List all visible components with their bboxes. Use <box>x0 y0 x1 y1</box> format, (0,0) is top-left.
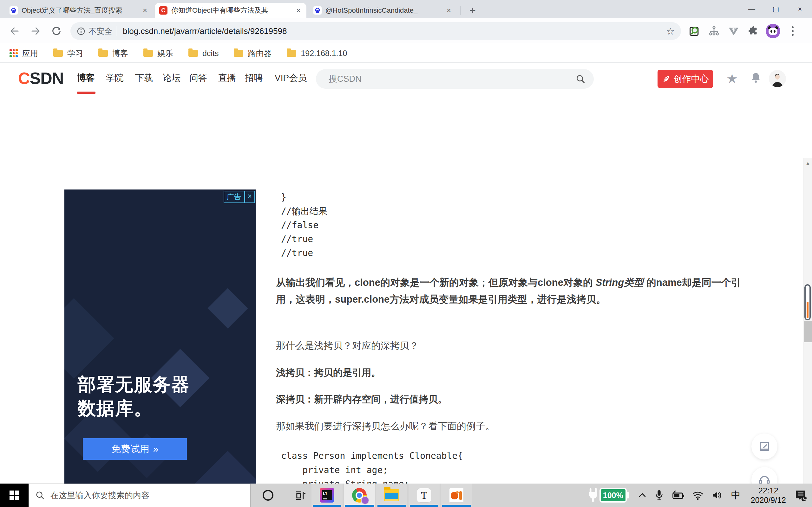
bookmark-folder-study[interactable]: 学习 <box>53 48 83 59</box>
bookmarks-bar: 应用 学习 博客 娱乐 dcits 路由器 192.168.1.10 <box>0 44 812 63</box>
typora-icon: T <box>417 488 432 503</box>
nav-blog[interactable]: 博客 <box>77 72 95 84</box>
notification-bell-icon[interactable] <box>749 71 763 86</box>
bookmark-folder-router[interactable]: 路由器 <box>234 48 271 59</box>
ad-cta-arrow: » <box>153 444 159 454</box>
csdn-search-box[interactable] <box>316 69 594 89</box>
battery-percent-label: 100% <box>600 488 627 503</box>
ad-headline: 部署无服务器 数据库。 <box>78 373 190 420</box>
pencil-square-icon <box>758 440 771 453</box>
battery-status-icon[interactable] <box>671 490 684 501</box>
file-explorer-icon <box>384 489 399 501</box>
task-view-button[interactable] <box>293 489 306 503</box>
nav-qa[interactable]: 问答 <box>189 72 207 84</box>
battery-widget[interactable]: 100% <box>587 487 629 504</box>
taskbar-clock[interactable]: 22:12 2020/9/12 <box>751 486 786 505</box>
volume-icon[interactable] <box>711 490 723 501</box>
csdn-search-input[interactable] <box>328 74 575 84</box>
running-indicator <box>345 505 374 507</box>
nav-jobs[interactable]: 招聘 <box>245 72 263 84</box>
csdn-favicon-icon: C <box>159 6 167 14</box>
taskbar-app-chrome[interactable] <box>344 484 375 507</box>
taskbar-app-intellij[interactable]: IJ <box>311 484 343 507</box>
panda-avatar-icon <box>766 24 780 38</box>
running-indicator <box>442 505 471 507</box>
back-button[interactable] <box>7 23 22 39</box>
page-url: blog.csdn.net/javarrr/article/details/92… <box>123 26 287 36</box>
ad-headline-line1: 部署无服务器 <box>78 373 190 396</box>
tab-close-icon[interactable]: × <box>445 6 452 15</box>
nav-download[interactable]: 下载 <box>135 72 153 84</box>
p1-before: 从输出我们看见，clone的对象是一个新的对象；但原对象与clone对象的 <box>276 277 596 288</box>
write-blog-button[interactable] <box>751 434 777 459</box>
ad-cta-button[interactable]: 免费试用 » <box>83 438 187 460</box>
microphone-icon[interactable] <box>654 489 664 501</box>
wifi-icon[interactable] <box>692 490 704 501</box>
user-avatar[interactable] <box>769 70 786 87</box>
cortana-button[interactable] <box>263 490 273 501</box>
tab-title: Object定义了哪些方法_百度搜索 <box>21 6 138 15</box>
logo-rest: SDN <box>30 69 64 88</box>
header-favorite-star-icon[interactable]: ★ <box>726 71 738 86</box>
profile-avatar[interactable] <box>765 23 780 39</box>
search-extension-icon[interactable] <box>687 23 702 39</box>
taskbar-app-typora[interactable]: T <box>409 484 440 507</box>
page-scrollbar-track[interactable]: ▲ <box>803 158 812 507</box>
csdn-logo[interactable]: CSDN <box>18 69 63 88</box>
scrollbar-thumb[interactable] <box>804 321 812 342</box>
maximize-button[interactable]: ▢ <box>764 0 788 18</box>
tab-close-icon[interactable]: × <box>295 6 302 15</box>
vue-devtools-icon[interactable] <box>726 23 741 39</box>
ad-decor-shape <box>64 298 114 379</box>
close-button[interactable]: × <box>788 0 812 18</box>
action-center-button[interactable] <box>794 488 808 502</box>
new-tab-button[interactable]: + <box>466 4 479 16</box>
taskbar-app-wps[interactable] <box>441 484 472 507</box>
reload-button[interactable] <box>49 23 64 39</box>
bookmark-star-icon[interactable]: ☆ <box>666 26 675 37</box>
scroll-up-arrow-icon[interactable]: ▲ <box>803 160 812 167</box>
search-icon[interactable] <box>575 74 586 84</box>
start-button[interactable] <box>0 484 29 507</box>
address-bar[interactable]: 不安全 blog.csdn.net/javarrr/article/detail… <box>70 22 681 40</box>
taskbar-search-input[interactable] <box>50 491 244 500</box>
bookmark-folder-fun[interactable]: 娱乐 <box>143 48 173 59</box>
taskbar-search-box[interactable] <box>29 484 251 507</box>
sitemap-extension-icon[interactable] <box>706 23 722 39</box>
minimize-button[interactable]: — <box>740 0 764 18</box>
bookmark-folder-ip[interactable]: 192.168.1.10 <box>287 49 347 58</box>
hidden-icons-chevron[interactable] <box>638 491 647 500</box>
bookmark-label: 路由器 <box>248 48 271 59</box>
aws-ad-banner[interactable]: 广告 × 部署无服务器 数据库。 免费试用 » aws <box>64 189 256 507</box>
search-icon <box>35 491 45 500</box>
bookmark-label: dcits <box>202 49 218 58</box>
tab-hotspot[interactable]: @HotSpotIntrinsicCandidate_ × <box>309 3 457 18</box>
bookmark-apps[interactable]: 应用 <box>9 48 38 59</box>
baidu-favicon-icon <box>9 6 18 14</box>
folder-icon <box>234 50 243 57</box>
nav-forum[interactable]: 论坛 <box>163 72 181 84</box>
extensions-puzzle-icon[interactable] <box>746 23 761 39</box>
intellij-icon: IJ <box>320 488 334 503</box>
info-icon[interactable] <box>77 27 85 36</box>
nav-academy[interactable]: 学院 <box>106 72 124 84</box>
chrome-menu-icon[interactable] <box>785 23 800 39</box>
ad-headline-line2: 数据库。 <box>78 396 190 420</box>
forward-button[interactable] <box>28 23 43 39</box>
progress-fill <box>807 302 809 318</box>
ad-close-icon[interactable]: × <box>245 191 255 203</box>
nav-live[interactable]: 直播 <box>218 72 236 84</box>
tab-csdn-article[interactable]: C 你知道Object中有哪些方法及其 × <box>155 3 306 18</box>
window-controls: — ▢ × <box>740 0 812 18</box>
tab-baidu-search[interactable]: Object定义了哪些方法_百度搜索 × <box>5 3 153 18</box>
ime-indicator[interactable]: 中 <box>731 489 741 502</box>
bookmark-folder-blog[interactable]: 博客 <box>98 48 128 59</box>
bookmark-folder-dcits[interactable]: dcits <box>189 49 218 58</box>
article-paragraph-question: 那什么是浅拷贝？对应的深拷贝？ <box>276 339 749 352</box>
tab-close-icon[interactable]: × <box>142 6 148 15</box>
nav-vip[interactable]: VIP会员 <box>275 72 307 84</box>
creator-center-button[interactable]: 创作中心 <box>658 70 713 88</box>
omnibox-divider <box>117 26 117 36</box>
panda-head <box>768 27 777 35</box>
taskbar-app-explorer[interactable] <box>376 484 407 507</box>
